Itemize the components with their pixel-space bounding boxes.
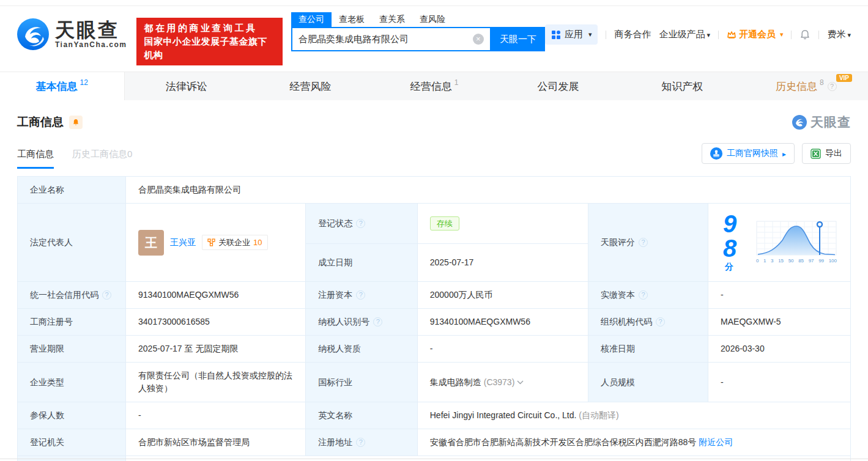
page-bottom-divider	[0, 459, 868, 459]
reg-number-value: 340173000616585	[126, 309, 306, 336]
reg-address-value: 安徽省合肥市合肥新站高新技术开发区合肥综合保税区内西淝河路88号 附近公司	[417, 429, 850, 456]
apps-menu[interactable]: 应用	[545, 24, 598, 45]
reg-authority-value: 合肥市新站区市场监督管理局	[126, 429, 306, 456]
relation-graph-icon	[207, 238, 215, 246]
company-name-value: 合肥晶奕集成电路有限公司	[126, 177, 851, 204]
legal-rep-avatar[interactable]: 王	[138, 230, 164, 256]
apps-label: 应用	[565, 29, 583, 40]
field-label: 国标行业	[306, 363, 418, 402]
field-label: 组织机构代码	[588, 309, 708, 336]
tab-business-info[interactable]: 经营信息 1	[373, 72, 497, 100]
section-title-row: 工商信息	[17, 114, 83, 130]
help-icon[interactable]	[356, 290, 365, 300]
subtab-row: 工商信息 历史工商信息0 工商官网快照 导出	[0, 131, 868, 169]
table-row: 工商注册号 340173000616585 纳税人识别号 91340100MAE…	[18, 309, 851, 336]
table-row: 法定代表人 王 王兴亚 关联企业 10 登记状态	[18, 204, 851, 244]
company-type-value: 有限责任公司（非自然人投资或控股的法人独资）	[126, 363, 306, 402]
tab-legal-proceedings[interactable]: 法律诉讼	[125, 72, 249, 100]
subtab-business-registration[interactable]: 工商信息	[17, 149, 54, 169]
search-area: 查公司 查老板 查关系 查风险 合肥晶奕集成电路有限公司 × 天眼一下	[291, 12, 545, 51]
search-tabs: 查公司 查老板 查关系 查风险	[291, 12, 545, 27]
table-row: 企业类型 有限责任公司（非自然人投资或控股的法人独资） 国标行业 集成电路制造 …	[18, 363, 851, 402]
field-label: 注册地址	[306, 429, 418, 456]
stamp-icon	[710, 147, 722, 160]
tianyancha-logo[interactable]: 天眼查 TianYanCha.com	[17, 18, 127, 50]
taxpayer-quality-value: -	[417, 336, 588, 363]
search-tab-company[interactable]: 查公司	[291, 12, 332, 27]
help-icon[interactable]	[639, 290, 648, 300]
arrow-right-icon	[782, 149, 786, 158]
search-tab-relation[interactable]: 查关系	[372, 12, 412, 27]
field-label: 参保人数	[18, 402, 126, 429]
top-menu: 应用 商务合作 企业级产品 开通会员 费米	[545, 24, 851, 45]
divider	[606, 31, 606, 39]
header: 天眼查 TianYanCha.com 都在用的商业查询工具 国家中小企业发展子基…	[0, 6, 868, 65]
slogan-banner: 都在用的商业查询工具 国家中小企业发展子基金旗下机构	[136, 18, 282, 65]
field-label: 实缴资本	[588, 282, 708, 309]
tab-count: 8	[820, 78, 824, 87]
tab-company-development[interactable]: 公司发展	[496, 72, 620, 100]
export-button[interactable]: 导出	[802, 143, 851, 164]
help-icon[interactable]	[656, 317, 665, 326]
divider	[718, 31, 719, 39]
score-marker-pin	[817, 222, 822, 227]
official-snapshot-button[interactable]: 工商官网快照	[702, 143, 795, 164]
chart-x-axis-ticks: 01 315 5085 9799 100	[756, 257, 837, 265]
related-companies-badge[interactable]: 关联企业 10	[202, 235, 267, 251]
subtab-history-registration[interactable]: 历史工商信息0	[72, 149, 132, 169]
help-icon[interactable]	[356, 438, 365, 447]
watermark-swirl-icon	[792, 115, 807, 130]
score-cell: 98分 01	[708, 204, 851, 282]
brand-name: 天眼查	[55, 20, 127, 40]
field-label: 登记机关	[18, 429, 126, 456]
vip-label: 开通会员	[739, 29, 776, 40]
industry-value: 集成电路制造 (C3973)	[417, 363, 588, 402]
field-label: 注册资本	[306, 282, 418, 309]
score-number: 98分	[723, 212, 744, 273]
tab-intellectual-property[interactable]: 知识产权	[620, 72, 744, 100]
tab-count: 12	[80, 78, 88, 87]
registration-info-table: 企业名称 合肥晶奕集成电路有限公司 法定代表人 王 王兴亚 关联企业 10	[17, 176, 851, 461]
search-input[interactable]: 合肥晶奕集成电路有限公司 ×	[291, 27, 491, 51]
legal-rep-name-link[interactable]: 王兴亚	[170, 236, 196, 249]
open-vip-button[interactable]: 开通会员	[727, 29, 784, 40]
search-tab-boss[interactable]: 查老板	[332, 12, 372, 27]
menu-enterprise-products[interactable]: 企业级产品	[659, 29, 710, 40]
chevron-down-icon[interactable]	[517, 380, 524, 385]
insured-count-value: -	[126, 402, 306, 429]
score-distribution-chart: 01 315 5085 9799 100	[756, 221, 837, 265]
user-menu[interactable]: 费米	[827, 29, 851, 40]
help-icon[interactable]	[639, 238, 648, 247]
watermark-text: 天眼查	[811, 114, 851, 131]
notifications-bell-icon[interactable]	[799, 29, 811, 40]
section-head: 工商信息 天眼查	[0, 100, 868, 131]
menu-cooperation[interactable]: 商务合作	[614, 29, 651, 40]
help-icon[interactable]	[102, 290, 111, 300]
field-label: 企业类型	[18, 363, 126, 402]
logo-swirl-icon	[17, 18, 49, 50]
field-label: 法定代表人	[18, 204, 126, 282]
slogan-line-2: 国家中小企业发展子基金旗下机构	[144, 35, 275, 62]
credit-code-value: 91340100MAEQGXMW56	[126, 282, 306, 309]
nearby-companies-link[interactable]: 附近公司	[699, 437, 733, 447]
table-row: 企业名称 合肥晶奕集成电路有限公司	[18, 177, 851, 204]
field-label: 核准日期	[588, 336, 708, 363]
approval-date-value: 2026-03-30	[708, 336, 851, 363]
divider	[791, 31, 792, 39]
help-icon[interactable]	[373, 317, 382, 326]
clear-search-icon[interactable]: ×	[473, 34, 484, 45]
search-tab-risk[interactable]: 查风险	[412, 12, 453, 27]
business-term-value: 2025-07-17 至 无固定期限	[126, 336, 306, 363]
tab-basic-info[interactable]: 基本信息 12	[0, 72, 125, 100]
crown-icon	[727, 30, 736, 40]
help-icon[interactable]	[828, 82, 837, 91]
legal-rep-cell: 王 王兴亚 关联企业 10	[126, 204, 306, 282]
tab-history-info[interactable]: VIP 历史信息 8	[744, 72, 868, 100]
search-button[interactable]: 天眼一下	[491, 27, 545, 51]
tab-operating-risk[interactable]: 经营风险	[248, 72, 373, 100]
field-label: 纳税人资质	[306, 336, 418, 363]
subscribe-bell-icon[interactable]	[69, 116, 83, 129]
status-badge: 存续	[430, 216, 459, 231]
paid-capital-value: -	[708, 282, 851, 309]
help-icon[interactable]	[356, 219, 365, 228]
